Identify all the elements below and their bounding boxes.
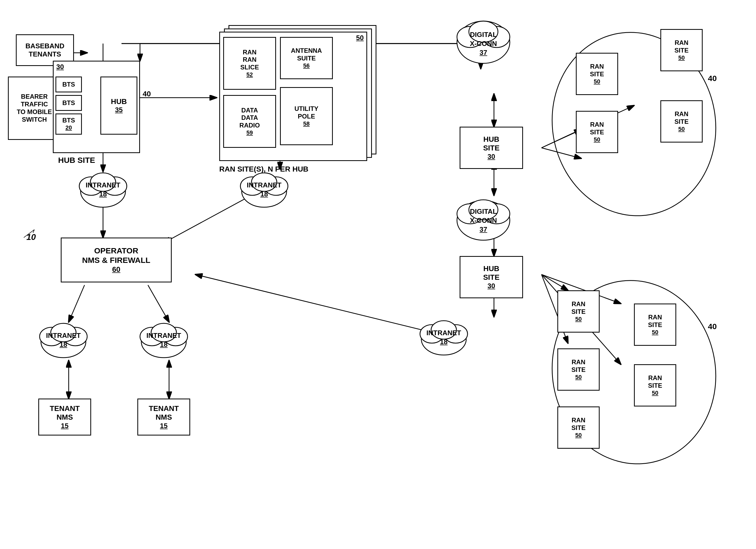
bts3-box: BTS 20 [55,114,82,135]
hub-site-right2-box: HUB SITE 30 [460,256,523,298]
svg-line-20 [148,285,169,322]
intranet-op-left-cloud: INTRANET18 [37,319,90,361]
ran-slice-box: RAN RAN SLICE 52 [223,37,276,90]
svg-line-18 [69,285,85,322]
digital-xconn-top: DIGITALX-CONN37 [454,16,512,69]
ran-site-bot3: RAN SITE 50 [557,406,600,449]
hub-site-right1-box: HUB SITE 30 [460,127,523,169]
intranet-hub-cloud: INTRANET18 [77,169,129,211]
label-40-top: 40 [708,74,717,83]
tenant-nms2-box: TENANT NMS 15 [137,398,190,435]
utility-pole-box: UTILITY POLE 58 [280,87,333,145]
intranet-bottom-right-cloud: INTRANET18 [417,317,470,359]
digital-xconn-mid: DIGITALX-CONN37 [454,195,512,243]
ran-site-bot5: RAN SITE 50 [634,364,676,406]
intranet-op-right-cloud: INTRANET18 [137,319,190,361]
ran-site-bot1: RAN SITE 50 [557,290,600,332]
antenna-suite-box: ANTENNA SUITE 56 [280,37,333,79]
ran-site-top-far: RAN SITE 50 [660,29,703,71]
ran-site-top-right: RAN SITE 50 [660,100,703,143]
bts2-box: BTS [55,95,82,111]
hub-site-label: HUB SITE [58,156,95,165]
bts1-box: BTS [55,77,82,92]
hub-box: HUB 35 [100,77,137,135]
operator-nms-box: OPERATOR NMS & FIREWALL 60 [61,238,172,282]
label-40-bottom: 40 [708,322,717,331]
ran-site-bot2: RAN SITE 50 [557,348,600,391]
svg-line-62 [24,230,34,238]
ran-site-bot4: RAN SITE 50 [634,303,676,346]
intranet-ran-cloud: INTRANET18 [238,169,291,211]
svg-line-17 [195,274,454,338]
ran-site-top-mid2: RAN SITE 50 [576,111,618,153]
data-radio-box: DATA DATA RADIO 59 [223,95,276,148]
label-40-hub-right: 40 [143,90,151,98]
tenant-nms1-box: TENANT NMS 15 [38,398,91,435]
ran-site-top-mid1: RAN SITE 50 [576,53,618,95]
diagram: BASEBAND TENANTS BEARER TRAFFIC TO MOBIL… [0,0,756,549]
